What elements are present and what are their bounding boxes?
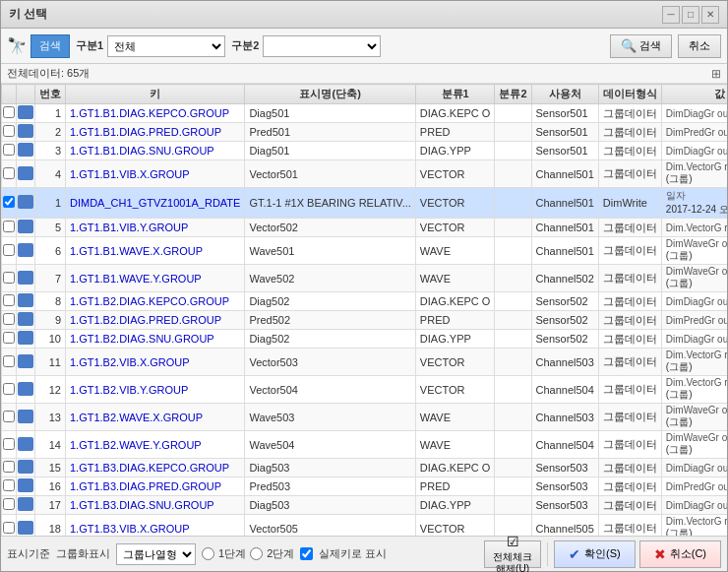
key-link[interactable]: 1.GT1.B1.DIAG.PRED.GROUP — [70, 126, 221, 138]
key-link[interactable]: 1.GT1.B1.DIAG.KEPCO.GROUP — [70, 107, 229, 119]
row-key[interactable]: 1.GT1.B1.VIB.Y.GROUP — [66, 219, 245, 237]
table-row[interactable]: 31.GT1.B1.DIAG.SNU.GROUPDiag501DIAG.YPPS… — [2, 142, 728, 160]
table-row[interactable]: 61.GT1.B1.WAVE.X.GROUPWave501WAVEChannel… — [2, 237, 728, 265]
row-checkbox[interactable] — [3, 106, 15, 118]
row-key[interactable]: 1.GT1.B2.VIB.Y.GROUP — [66, 376, 245, 404]
table-row[interactable]: 71.GT1.B1.WAVE.Y.GROUPWave502WAVEChannel… — [2, 265, 728, 292]
cancel-button[interactable]: ✖ 취소(C) — [639, 540, 721, 568]
table-container[interactable]: 번호 키 표시명(단축) 분류1 분류2 사용처 데이터형식 값 알람여부 생 … — [1, 84, 727, 536]
row-checkbox[interactable] — [3, 332, 15, 344]
row-checkbox[interactable] — [3, 479, 15, 491]
key-link[interactable]: 1.GT1.B3.DIAG.PRED.GROUP — [70, 480, 221, 492]
row-checkbox[interactable] — [3, 125, 15, 137]
group1-select[interactable]: 전체 — [107, 35, 225, 57]
row-key[interactable]: 1.GT1.B1.DIAG.KEPCO.GROUP — [66, 104, 245, 123]
key-link[interactable]: 1.GT1.B2.VIB.X.GROUP — [70, 356, 190, 368]
row-checkbox[interactable] — [3, 144, 15, 156]
row-usage: Sensor502 — [531, 311, 598, 330]
group2-select[interactable] — [263, 35, 381, 57]
row-key[interactable]: DIMDA_CH1_GTVZ1001A_RDATE — [66, 188, 245, 219]
expand-icon[interactable]: ⊞ — [711, 67, 721, 81]
row-key[interactable]: 1.GT1.B2.DIAG.SNU.GROUP — [66, 330, 245, 349]
table-row[interactable]: 141.GT1.B2.WAVE.Y.GROUPWave504WAVEChanne… — [2, 431, 728, 459]
table-row[interactable]: 111.GT1.B2.VIB.X.GROUPVector503VECTORCha… — [2, 349, 728, 376]
maximize-button[interactable]: □ — [682, 6, 699, 24]
table-row[interactable]: 151.GT1.B3.DIAG.KEPCO.GROUPDiag503DIAG.K… — [2, 459, 728, 477]
row-checkbox[interactable] — [3, 461, 15, 473]
row-checkbox[interactable] — [3, 196, 15, 208]
group-display-select[interactable]: 그룹나열형 — [116, 543, 196, 565]
row-key[interactable]: 1.GT1.B3.VIB.X.GROUP — [66, 515, 245, 537]
table-row[interactable]: 21.GT1.B1.DIAG.PRED.GROUPPred501PREDSens… — [2, 123, 728, 142]
row-key[interactable]: 1.GT1.B1.VIB.X.GROUP — [66, 160, 245, 188]
key-link[interactable]: 1.GT1.B1.WAVE.X.GROUP — [70, 245, 203, 257]
step2-label[interactable]: 2단계 — [267, 546, 294, 561]
row-checkbox[interactable] — [3, 438, 15, 450]
key-link[interactable]: 1.GT1.B2.WAVE.Y.GROUP — [70, 439, 202, 451]
row-blue-icon — [18, 166, 33, 180]
key-link[interactable]: 1.GT1.B2.DIAG.KEPCO.GROUP — [70, 295, 229, 307]
ok-button[interactable]: ✔ 확인(S) — [554, 540, 636, 568]
table-row[interactable]: 11.GT1.B1.DIAG.KEPCO.GROUPDiag501DIAG.KE… — [2, 104, 728, 123]
row-key[interactable]: 1.GT1.B2.WAVE.Y.GROUP — [66, 431, 245, 459]
table-row[interactable]: 91.GT1.B2.DIAG.PRED.GROUPPred502PREDSens… — [2, 311, 728, 330]
row-checkbox[interactable] — [3, 272, 15, 284]
search-tab-button[interactable]: 검색 — [30, 34, 70, 58]
key-link[interactable]: 1.GT1.B3.VIB.X.GROUP — [70, 523, 190, 535]
key-link[interactable]: 1.GT1.B3.DIAG.KEPCO.GROUP — [70, 462, 229, 474]
table-row[interactable]: 171.GT1.B3.DIAG.SNU.GROUPDiag503DIAG.YPP… — [2, 496, 728, 515]
row-key[interactable]: 1.GT1.B1.WAVE.X.GROUP — [66, 237, 245, 265]
table-row[interactable]: 81.GT1.B2.DIAG.KEPCO.GROUPDiag502DIAG.KE… — [2, 292, 728, 311]
key-link[interactable]: 1.GT1.B1.WAVE.Y.GROUP — [70, 273, 202, 285]
row-key[interactable]: 1.GT1.B2.DIAG.PRED.GROUP — [66, 311, 245, 330]
row-key[interactable]: 1.GT1.B1.DIAG.PRED.GROUP — [66, 123, 245, 142]
row-key[interactable]: 1.GT1.B3.DIAG.KEPCO.GROUP — [66, 459, 245, 477]
row-key[interactable]: 1.GT1.B2.WAVE.X.GROUP — [66, 404, 245, 431]
table-row[interactable]: 121.GT1.B2.VIB.Y.GROUPVector504VECTORCha… — [2, 376, 728, 404]
check-all-button[interactable]: ☑ 전체체크해제(U) — [484, 540, 541, 568]
row-checkbox[interactable] — [3, 383, 15, 395]
key-link[interactable]: 1.GT1.B1.VIB.Y.GROUP — [70, 222, 188, 233]
step1-label[interactable]: 1단계 — [218, 546, 246, 561]
real-key-label[interactable]: 실제키로 표시 — [319, 546, 387, 561]
key-link[interactable]: 1.GT1.B1.DIAG.SNU.GROUP — [70, 145, 214, 157]
row-check-cell — [2, 477, 17, 496]
key-link[interactable]: 1.GT1.B1.VIB.X.GROUP — [70, 168, 190, 180]
row-checkbox[interactable] — [3, 294, 15, 306]
row-checkbox[interactable] — [3, 221, 15, 232]
row-checkbox[interactable] — [3, 411, 15, 422]
table-row[interactable]: 51.GT1.B1.VIB.Y.GROUPVector502VECTORChan… — [2, 219, 728, 237]
step1-radio[interactable] — [202, 547, 214, 560]
search-button[interactable]: 🔍 검색 — [610, 34, 672, 58]
row-key[interactable]: 1.GT1.B1.WAVE.Y.GROUP — [66, 265, 245, 292]
key-link[interactable]: DIMDA_CH1_GTVZ1001A_RDATE — [70, 197, 240, 209]
row-key[interactable]: 1.GT1.B3.DIAG.SNU.GROUP — [66, 496, 245, 515]
row-key[interactable]: 1.GT1.B1.DIAG.SNU.GROUP — [66, 142, 245, 160]
row-checkbox[interactable] — [3, 167, 15, 179]
step2-radio[interactable] — [250, 547, 263, 560]
table-row[interactable]: 181.GT1.B3.VIB.X.GROUPVector505VECTORCha… — [2, 515, 728, 537]
row-key[interactable]: 1.GT1.B3.DIAG.PRED.GROUP — [66, 477, 245, 496]
table-row[interactable]: 161.GT1.B3.DIAG.PRED.GROUPPred503PREDSen… — [2, 477, 728, 496]
table-row[interactable]: 131.GT1.B2.WAVE.X.GROUPWave503WAVEChanne… — [2, 404, 728, 431]
close-button[interactable]: ✕ — [701, 6, 719, 24]
row-checkbox[interactable] — [3, 313, 15, 325]
key-link[interactable]: 1.GT1.B2.VIB.Y.GROUP — [70, 384, 188, 396]
key-link[interactable]: 1.GT1.B2.WAVE.X.GROUP — [70, 412, 203, 423]
table-row[interactable]: 101.GT1.B2.DIAG.SNU.GROUPDiag502DIAG.YPP… — [2, 330, 728, 349]
row-checkbox[interactable] — [3, 355, 15, 367]
row-checkbox[interactable] — [3, 522, 15, 534]
table-row[interactable]: 41.GT1.B1.VIB.X.GROUPVector501VECTORChan… — [2, 160, 728, 188]
row-datatype: 그룹데이터 — [598, 515, 661, 537]
table-row[interactable]: 1DIMDA_CH1_GTVZ1001A_RDATEGT.1-1 #1X BEA… — [2, 188, 728, 219]
row-checkbox[interactable] — [3, 244, 15, 256]
cancel-search-button[interactable]: 취소 — [678, 34, 721, 58]
minimize-button[interactable]: ─ — [662, 6, 680, 24]
real-key-checkbox[interactable] — [300, 547, 313, 560]
row-key[interactable]: 1.GT1.B2.VIB.X.GROUP — [66, 349, 245, 376]
row-checkbox[interactable] — [3, 498, 15, 510]
key-link[interactable]: 1.GT1.B2.DIAG.SNU.GROUP — [70, 333, 214, 345]
row-key[interactable]: 1.GT1.B2.DIAG.KEPCO.GROUP — [66, 292, 245, 311]
key-link[interactable]: 1.GT1.B3.DIAG.SNU.GROUP — [70, 499, 214, 511]
key-link[interactable]: 1.GT1.B2.DIAG.PRED.GROUP — [70, 314, 221, 326]
